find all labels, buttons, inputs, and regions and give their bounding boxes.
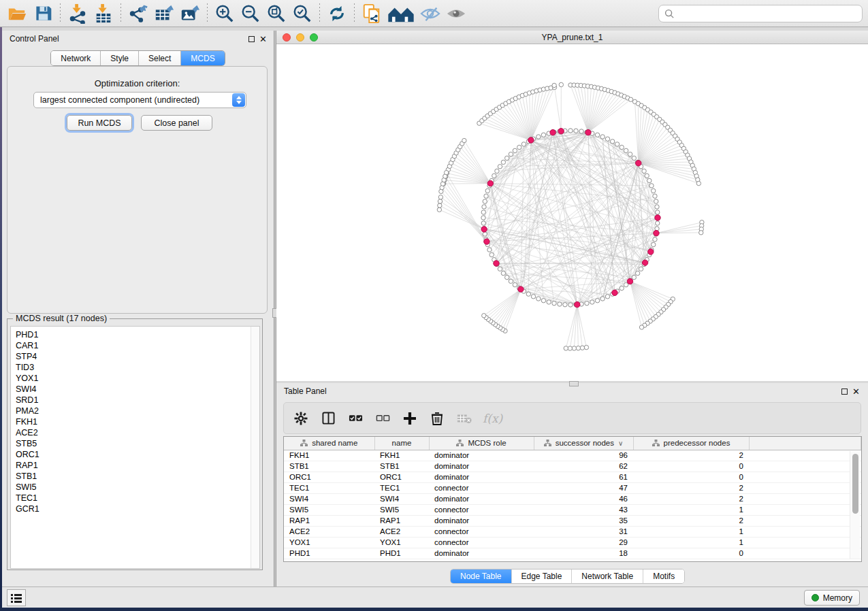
import-network-button[interactable] [66,3,89,24]
graph-node[interactable] [699,231,703,235]
graph-node[interactable] [489,252,494,257]
graph-node[interactable] [620,286,624,290]
memory-button[interactable]: Memory [804,590,860,606]
mcds-result-item[interactable]: GCR1 [16,503,259,514]
graph-mcds-node[interactable] [612,290,617,295]
tab-mcds[interactable]: MCDS [181,51,224,65]
graph-node[interactable] [642,169,646,173]
zoom-out-button[interactable] [239,3,262,24]
table-row[interactable]: FKH1FKH1dominator962 [284,450,861,461]
mcds-result-item[interactable]: ACE2 [16,427,259,438]
table-row[interactable]: ACE2ACE2connector311 [284,526,861,537]
graph-node[interactable] [653,237,657,242]
graph-node[interactable] [600,297,605,301]
network-window-titlebar[interactable]: YPA_prune.txt_1 [276,31,868,44]
graph-node[interactable] [568,303,573,307]
graph-mcds-node[interactable] [585,129,591,135]
graph-node[interactable] [558,302,562,306]
table-row[interactable]: RAP1RAP1dominator352 [284,515,861,526]
graph-node[interactable] [639,325,643,329]
table-row[interactable]: TEC1TEC1connector472 [284,482,861,493]
column-header-1[interactable]: name [374,437,429,450]
mcds-result-item[interactable]: SWI5 [16,482,259,493]
mcds-result-item[interactable]: STP4 [16,351,259,362]
show-task-history-button[interactable] [7,589,26,606]
mcds-result-item[interactable]: STB5 [16,438,259,449]
graph-mcds-node[interactable] [627,278,632,284]
graph-node[interactable] [605,295,609,299]
graph-node[interactable] [632,275,636,279]
first-neighbors-button[interactable] [386,3,416,24]
graph-node[interactable] [610,139,614,144]
graph-node[interactable] [547,300,551,304]
graph-node[interactable] [584,345,588,349]
export-image-button[interactable] [178,3,202,24]
graph-node[interactable] [504,275,509,279]
run-mcds-button[interactable]: Run MCDS [67,115,132,131]
graph-node[interactable] [481,210,485,214]
mcds-result-item[interactable]: PMA2 [16,406,259,416]
graph-node[interactable] [482,314,486,318]
graph-node[interactable] [509,152,513,156]
graph-node[interactable] [481,216,485,220]
add-button[interactable] [401,410,419,427]
graph-node[interactable] [645,174,649,178]
graph-node[interactable] [487,248,492,252]
graph-node[interactable] [541,299,545,303]
graph-node[interactable] [564,346,568,350]
graph-node[interactable] [595,133,599,137]
table-row[interactable]: ORC1ORC1dominator610 [284,472,861,482]
graph-mcds-node[interactable] [636,161,641,166]
graph-node[interactable] [438,195,443,199]
graph-node[interactable] [498,165,502,169]
tab-node-table[interactable]: Node Table [451,569,512,583]
graph-node[interactable] [483,199,487,203]
graph-node[interactable] [552,301,556,306]
zoom-selected-button[interactable] [291,3,314,24]
graph-mcds-node[interactable] [655,215,660,220]
graph-node[interactable] [632,156,636,160]
graph-node[interactable] [513,282,517,286]
graph-node[interactable] [484,194,488,198]
graph-node[interactable] [568,129,573,133]
graph-node[interactable] [600,135,605,139]
graph-node[interactable] [605,137,609,141]
graph-node[interactable] [483,232,487,236]
graph-node[interactable] [628,152,632,156]
table-row[interactable]: YOX1YOX1connector291 [284,537,861,548]
graph-node[interactable] [653,194,657,198]
graph-mcds-node[interactable] [494,261,499,266]
window-close-icon[interactable] [283,33,291,42]
table-row[interactable]: PHD1PHD1dominator180 [284,548,861,559]
tab-network[interactable]: Network [51,51,101,65]
graph-node[interactable] [438,203,442,208]
tab-motifs[interactable]: Motifs [643,569,684,583]
graph-node[interactable] [620,145,624,149]
table-row[interactable]: STB1STB1dominator620 [284,461,861,472]
graph-node[interactable] [536,135,541,139]
hide-selected-button[interactable] [419,3,442,24]
mcds-result-item[interactable]: SWI4 [16,384,259,395]
graph-node[interactable] [521,142,526,146]
graph-mcds-node[interactable] [648,249,654,254]
graph-node[interactable] [481,221,485,225]
graph-node[interactable] [572,346,576,350]
insert-column-button[interactable] [319,410,337,427]
graph-node[interactable] [485,188,489,193]
table-scrollbar-thumb[interactable] [852,454,858,514]
mcds-result-item[interactable]: TEC1 [16,493,259,503]
graph-node[interactable] [635,271,639,275]
graph-node[interactable] [513,148,517,152]
close-panel-icon[interactable]: ✕ [852,389,860,395]
zoom-in-button[interactable] [213,3,236,24]
graph-mcds-node[interactable] [484,239,489,244]
mcds-result-list[interactable]: PHD1CAR1STP4TID3YOX1SWI4SRD1PMA2FKH1ACE2… [10,326,260,569]
delete-button[interactable] [428,410,446,427]
graph-node[interactable] [655,205,659,209]
graph-node[interactable] [624,148,628,152]
open-file-button[interactable] [5,3,29,24]
graph-node[interactable] [509,279,513,283]
graph-node[interactable] [501,160,505,164]
graph-node[interactable] [482,205,486,209]
graph-mcds-node[interactable] [528,137,534,143]
